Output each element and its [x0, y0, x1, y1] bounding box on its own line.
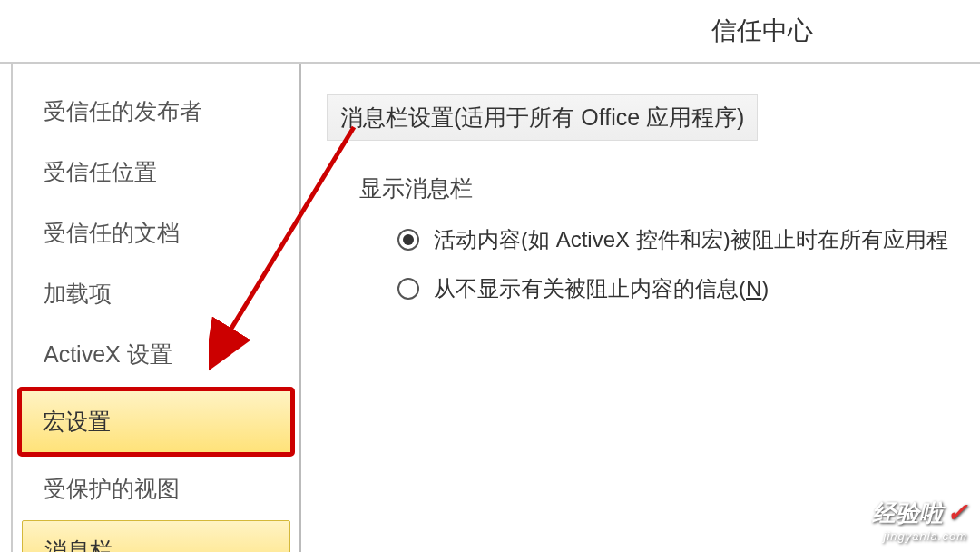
sidebar-item-trusted-locations[interactable]: 受信任位置: [22, 143, 290, 202]
dialog-title: 信任中心: [0, 0, 980, 64]
sidebar-item-trusted-documents[interactable]: 受信任的文档: [22, 203, 290, 262]
sidebar-item-label: 宏设置: [43, 409, 111, 434]
sidebar-item-label: 受信任的文档: [44, 220, 180, 245]
sidebar-item-trusted-publishers[interactable]: 受信任的发布者: [22, 82, 290, 141]
sidebar-item-activex-settings[interactable]: ActiveX 设置: [22, 325, 290, 384]
radio-unchecked-icon: [397, 278, 419, 300]
radio-checked-icon: [397, 229, 419, 251]
sidebar-item-macro-settings[interactable]: 宏设置: [20, 389, 292, 454]
sidebar-item-label: 消息栏: [44, 537, 113, 552]
subsection-label: 显示消息栏: [359, 173, 955, 203]
radio-label: 从不显示有关被阻止内容的信息(N): [434, 274, 769, 303]
sidebar-item-label: 受信任的发布者: [44, 98, 202, 123]
sidebar-item-protected-view[interactable]: 受保护的视图: [22, 459, 290, 518]
sidebar-item-label: 受保护的视图: [44, 476, 180, 501]
watermark: 经验啦✓ jingyanla.com: [872, 498, 967, 543]
sidebar-item-label: 加载项: [44, 281, 112, 306]
title-text: 信任中心: [711, 14, 813, 48]
sidebar-item-label: 受信任位置: [44, 159, 157, 184]
content-panel: 消息栏设置(适用于所有 Office 应用程序) 显示消息栏 活动内容(如 Ac…: [301, 64, 980, 552]
radio-label: 活动内容(如 ActiveX 控件和宏)被阻止时在所有应用程: [434, 225, 948, 254]
main-container: 受信任的发布者 受信任位置 受信任的文档 加载项 ActiveX 设置 宏设置 …: [0, 64, 980, 552]
checkmark-icon: ✓: [946, 498, 967, 527]
sidebar: 受信任的发布者 受信任位置 受信任的文档 加载项 ActiveX 设置 宏设置 …: [11, 64, 301, 552]
radio-option-show[interactable]: 活动内容(如 ActiveX 控件和宏)被阻止时在所有应用程: [397, 225, 955, 254]
sidebar-item-message-bar[interactable]: 消息栏: [22, 520, 290, 552]
section-title: 消息栏设置(适用于所有 Office 应用程序): [327, 94, 758, 141]
sidebar-item-label: ActiveX 设置: [44, 341, 172, 367]
sidebar-item-addins[interactable]: 加载项: [22, 264, 290, 323]
radio-option-never[interactable]: 从不显示有关被阻止内容的信息(N): [397, 274, 955, 303]
